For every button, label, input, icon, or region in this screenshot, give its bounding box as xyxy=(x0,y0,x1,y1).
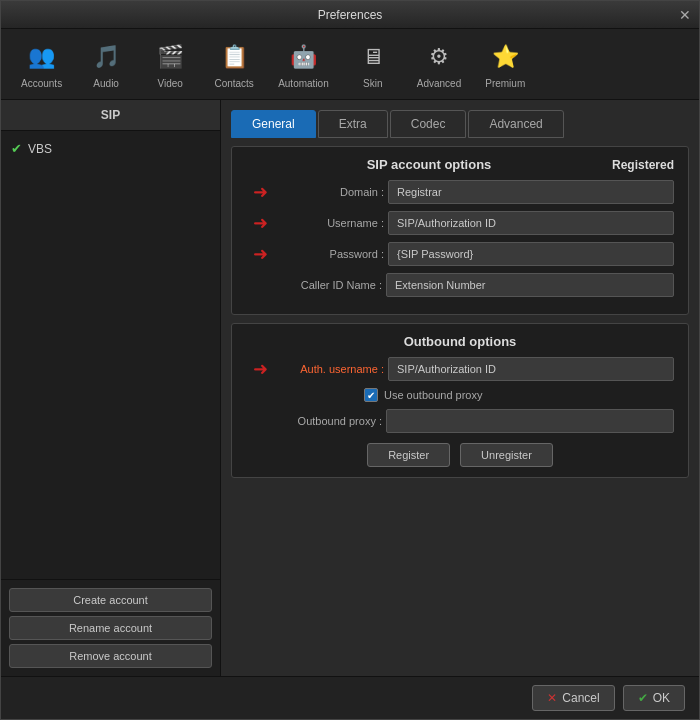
bottom-bar: ✕ Cancel ✔ OK xyxy=(1,676,699,719)
toolbar-automation-label: Automation xyxy=(278,78,329,89)
outbound-proxy-row: Outbound proxy : xyxy=(246,409,674,433)
password-label: Password : xyxy=(274,248,384,260)
outbound-options-section: Outbound options ➜ Auth. username : ✔ Us… xyxy=(231,323,689,478)
sip-options-title: SIP account options xyxy=(246,157,612,172)
callerid-row: Caller ID Name : xyxy=(246,273,674,297)
outbound-options-title: Outbound options xyxy=(246,334,674,349)
content-area: SIP ✔ VBS Create account Rename account … xyxy=(1,100,699,676)
toolbar-automation[interactable]: 🤖 Automation xyxy=(268,35,339,93)
toolbar-audio-label: Audio xyxy=(93,78,119,89)
close-button[interactable]: ✕ xyxy=(675,7,691,23)
rename-account-button[interactable]: Rename account xyxy=(9,616,212,640)
tab-advanced[interactable]: Advanced xyxy=(468,110,563,138)
advanced-icon: ⚙ xyxy=(421,39,457,75)
cancel-label: Cancel xyxy=(562,691,599,705)
toolbar-accounts-label: Accounts xyxy=(21,78,62,89)
window-title: Preferences xyxy=(25,8,675,22)
tab-codec[interactable]: Codec xyxy=(390,110,467,138)
sidebar-item-label: VBS xyxy=(28,142,52,156)
ok-label: OK xyxy=(653,691,670,705)
toolbar: 👥 Accounts 🎵 Audio 🎬 Video 📋 Contacts 🤖 … xyxy=(1,29,699,100)
tab-general[interactable]: General xyxy=(231,110,316,138)
callerid-input[interactable] xyxy=(386,273,674,297)
title-bar: Preferences ✕ xyxy=(1,1,699,29)
username-arrow-icon: ➜ xyxy=(246,212,268,234)
password-input[interactable] xyxy=(388,242,674,266)
use-proxy-checkbox[interactable]: ✔ xyxy=(364,388,378,402)
toolbar-premium-label: Premium xyxy=(485,78,525,89)
checkbox-check-icon: ✔ xyxy=(367,390,375,401)
username-row: ➜ Username : xyxy=(246,211,674,235)
contacts-icon: 📋 xyxy=(216,39,252,75)
toolbar-contacts[interactable]: 📋 Contacts xyxy=(204,35,264,93)
username-label: Username : xyxy=(274,217,384,229)
toolbar-skin-label: Skin xyxy=(363,78,382,89)
auth-username-input[interactable] xyxy=(388,357,674,381)
toolbar-contacts-label: Contacts xyxy=(214,78,253,89)
toolbar-skin[interactable]: 🖥 Skin xyxy=(343,35,403,93)
cancel-icon: ✕ xyxy=(547,691,557,705)
main-panel: General Extra Codec Advanced SIP account… xyxy=(221,100,699,676)
callerid-label: Caller ID Name : xyxy=(272,279,382,291)
create-account-button[interactable]: Create account xyxy=(9,588,212,612)
sidebar-header: SIP xyxy=(1,100,220,131)
check-icon: ✔ xyxy=(11,141,22,156)
domain-input[interactable] xyxy=(388,180,674,204)
toolbar-audio[interactable]: 🎵 Audio xyxy=(76,35,136,93)
unregister-button[interactable]: Unregister xyxy=(460,443,553,467)
toolbar-video-label: Video xyxy=(157,78,182,89)
password-row: ➜ Password : xyxy=(246,242,674,266)
sidebar-item-vbs[interactable]: ✔ VBS xyxy=(1,135,220,162)
tab-bar: General Extra Codec Advanced xyxy=(231,110,689,138)
automation-icon: 🤖 xyxy=(285,39,321,75)
outbound-proxy-label: Outbound proxy : xyxy=(272,415,382,427)
domain-row: ➜ Domain : xyxy=(246,180,674,204)
sidebar-account-list: ✔ VBS xyxy=(1,131,220,579)
use-proxy-row: ✔ Use outbound proxy xyxy=(364,388,674,402)
toolbar-advanced[interactable]: ⚙ Advanced xyxy=(407,35,471,93)
password-arrow-icon: ➜ xyxy=(246,243,268,265)
skin-icon: 🖥 xyxy=(355,39,391,75)
domain-label: Domain : xyxy=(274,186,384,198)
preferences-window: Preferences ✕ 👥 Accounts 🎵 Audio 🎬 Video… xyxy=(0,0,700,720)
toolbar-advanced-label: Advanced xyxy=(417,78,461,89)
use-proxy-label: Use outbound proxy xyxy=(384,389,482,401)
auth-username-arrow-icon: ➜ xyxy=(246,358,268,380)
premium-icon: ⭐ xyxy=(487,39,523,75)
action-buttons: Register Unregister xyxy=(246,443,674,467)
username-input[interactable] xyxy=(388,211,674,235)
accounts-icon: 👥 xyxy=(24,39,60,75)
outbound-proxy-input[interactable] xyxy=(386,409,674,433)
sidebar: SIP ✔ VBS Create account Rename account … xyxy=(1,100,221,676)
auth-username-row: ➜ Auth. username : xyxy=(246,357,674,381)
toolbar-premium[interactable]: ⭐ Premium xyxy=(475,35,535,93)
remove-account-button[interactable]: Remove account xyxy=(9,644,212,668)
register-button[interactable]: Register xyxy=(367,443,450,467)
tab-extra[interactable]: Extra xyxy=(318,110,388,138)
registered-status: Registered xyxy=(612,158,674,172)
sidebar-buttons: Create account Rename account Remove acc… xyxy=(1,579,220,676)
sip-options-section: SIP account options Registered ➜ Domain … xyxy=(231,146,689,315)
ok-icon: ✔ xyxy=(638,691,648,705)
domain-arrow-icon: ➜ xyxy=(246,181,268,203)
toolbar-accounts[interactable]: 👥 Accounts xyxy=(11,35,72,93)
audio-icon: 🎵 xyxy=(88,39,124,75)
video-icon: 🎬 xyxy=(152,39,188,75)
cancel-button[interactable]: ✕ Cancel xyxy=(532,685,614,711)
ok-button[interactable]: ✔ OK xyxy=(623,685,685,711)
auth-username-label: Auth. username : xyxy=(274,363,384,375)
sip-options-header: SIP account options Registered xyxy=(246,157,674,172)
toolbar-video[interactable]: 🎬 Video xyxy=(140,35,200,93)
